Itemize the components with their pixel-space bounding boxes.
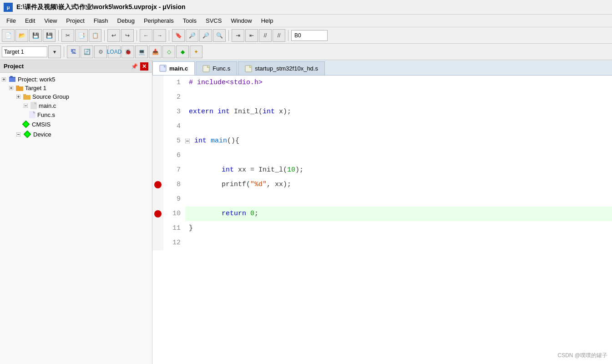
tree-item[interactable]: Source Group bbox=[0, 92, 152, 101]
indent-button[interactable]: ⇥ bbox=[232, 29, 244, 42]
code-line-wrapper[interactable]: 9 bbox=[152, 192, 612, 207]
menu-item-debug[interactable]: Debug bbox=[113, 15, 139, 27]
editor-tab-main-c[interactable]: main.c bbox=[152, 61, 195, 75]
code-line-content[interactable]: printf("%d", xx); bbox=[185, 177, 612, 192]
code-line-wrapper[interactable]: 12 bbox=[152, 236, 612, 250]
tree-item[interactable]: CMSIS bbox=[0, 119, 152, 129]
code-line-wrapper[interactable]: 5int main(){ bbox=[152, 134, 612, 148]
code-line-content[interactable]: int xx = Init_l(10); bbox=[185, 163, 612, 177]
magic-toolbar-button[interactable]: ✦ bbox=[190, 46, 202, 58]
breakpoint-zone[interactable] bbox=[152, 192, 163, 207]
copy-button[interactable]: 📑 bbox=[75, 29, 88, 42]
editor-tab-startup_stm32f10x_hd-s[interactable]: startup_stm32f10x_hd.s bbox=[238, 61, 325, 75]
code-line-content[interactable] bbox=[185, 192, 612, 207]
menu-item-view[interactable]: View bbox=[40, 15, 61, 27]
code-line-wrapper[interactable]: 4 bbox=[152, 119, 612, 134]
collapse-button[interactable] bbox=[185, 139, 190, 143]
code-line-content[interactable] bbox=[185, 119, 612, 134]
editor-tab-Func-s[interactable]: Func.s bbox=[196, 61, 237, 75]
code-line-content[interactable] bbox=[185, 90, 612, 105]
code-line-content[interactable]: } bbox=[185, 221, 612, 236]
breakpoint-zone[interactable] bbox=[152, 236, 163, 250]
uncomment-button[interactable]: // bbox=[273, 29, 285, 42]
toolbar-separator bbox=[169, 30, 169, 41]
breakpoint-zone[interactable] bbox=[152, 90, 163, 105]
menu-item-flash[interactable]: Flash bbox=[89, 15, 113, 27]
collapse-arrow[interactable] bbox=[2, 77, 7, 81]
breakpoint-zone[interactable] bbox=[152, 177, 163, 192]
breakpoint-zone[interactable] bbox=[152, 207, 163, 221]
code-line-wrapper[interactable]: 6 bbox=[152, 148, 612, 163]
menu-item-edit[interactable]: Edit bbox=[20, 15, 40, 27]
pin-icon[interactable]: 📌 bbox=[130, 62, 138, 71]
save-button[interactable]: 💾 bbox=[29, 29, 42, 42]
tree-item[interactable]: Target 1 bbox=[0, 84, 152, 92]
breakpoint-zone[interactable] bbox=[152, 163, 163, 177]
panel-close-button[interactable]: ✕ bbox=[140, 62, 148, 71]
breakpoint-zone[interactable] bbox=[152, 76, 163, 90]
breakpoint-zone[interactable] bbox=[152, 134, 163, 148]
code-line-wrapper[interactable]: 8 printf("%d", xx); bbox=[152, 177, 612, 192]
code-line-wrapper[interactable]: 7 int xx = Init_l(10); bbox=[152, 163, 612, 177]
new-button[interactable]: 📄 bbox=[2, 29, 15, 42]
outdent-button[interactable]: ⇤ bbox=[245, 29, 258, 42]
save-all-button[interactable]: 💾 bbox=[43, 29, 56, 42]
verify-toolbar-button[interactable]: ◆ bbox=[176, 46, 189, 58]
target-dropdown-arrow[interactable]: ▾ bbox=[48, 46, 61, 58]
target-dropdown[interactable]: Target 1 bbox=[2, 46, 47, 57]
code-line-content[interactable]: # include<stdio.h> bbox=[185, 76, 612, 90]
tree-item[interactable]: Func.s bbox=[0, 110, 152, 119]
code-line-content[interactable]: return 0; bbox=[185, 207, 612, 221]
cut-button[interactable]: ✂ bbox=[61, 29, 74, 42]
findrepl-button[interactable]: 🔍 bbox=[213, 29, 226, 42]
redo-button[interactable]: ↪ bbox=[121, 29, 134, 42]
menu-item-peripherals[interactable]: Peripherals bbox=[139, 15, 178, 27]
code-line-content[interactable] bbox=[185, 148, 612, 163]
paste-button[interactable]: 📋 bbox=[89, 29, 101, 42]
load-toolbar-button[interactable]: LOAD bbox=[108, 46, 121, 58]
menu-item-tools[interactable]: Tools bbox=[178, 15, 201, 27]
cpu-toolbar-button[interactable]: 💻 bbox=[135, 46, 148, 58]
nav-back-button[interactable]: ← bbox=[140, 29, 152, 42]
code-line-wrapper[interactable]: 11} bbox=[152, 221, 612, 236]
bookmark-button[interactable]: 🔖 bbox=[172, 29, 185, 42]
code-line-wrapper[interactable]: 3extern int Init_l(int x); bbox=[152, 105, 612, 119]
line-number: 3 bbox=[163, 105, 185, 119]
download-toolbar-button[interactable]: 📥 bbox=[149, 46, 162, 58]
rebuild-toolbar-button[interactable]: 🔄 bbox=[81, 46, 93, 58]
expand-arrow[interactable] bbox=[16, 132, 22, 136]
line-number: 4 bbox=[163, 119, 185, 134]
code-line-wrapper[interactable]: 10 return 0; bbox=[152, 207, 612, 221]
breakpoint-zone[interactable] bbox=[152, 221, 163, 236]
build-toolbar-button[interactable]: 🏗 bbox=[67, 46, 80, 58]
code-line-content[interactable]: int main(){ bbox=[191, 134, 612, 148]
tree-item[interactable]: Project: work5 bbox=[0, 75, 152, 84]
undo-button[interactable]: ↩ bbox=[107, 29, 120, 42]
menu-item-project[interactable]: Project bbox=[61, 15, 89, 27]
breakpoint-zone[interactable] bbox=[152, 119, 163, 134]
nav-fwd-button[interactable]: → bbox=[153, 29, 166, 42]
erase-toolbar-button[interactable]: ◇ bbox=[162, 46, 175, 58]
compile-toolbar-button[interactable]: ⚙ bbox=[94, 46, 107, 58]
menu-item-file[interactable]: File bbox=[2, 15, 20, 27]
code-line-content[interactable]: extern int Init_l(int x); bbox=[185, 105, 612, 119]
tree-item[interactable]: Device bbox=[0, 129, 152, 139]
tree-item[interactable]: main.c bbox=[0, 101, 152, 110]
find-button[interactable]: 🔎 bbox=[186, 29, 198, 42]
breakpoint-zone[interactable] bbox=[152, 148, 163, 163]
code-lines-area[interactable]: 1# include<stdio.h>2 3extern int Init_l(… bbox=[152, 76, 612, 364]
find2-button[interactable]: 🔎 bbox=[199, 29, 212, 42]
code-line-content[interactable] bbox=[185, 236, 612, 250]
open-button[interactable]: 📂 bbox=[15, 29, 28, 42]
menu-item-window[interactable]: Window bbox=[226, 15, 256, 27]
collapse-arrow[interactable] bbox=[9, 86, 15, 90]
collapse-arrow[interactable] bbox=[16, 95, 22, 99]
code-line-wrapper[interactable]: 2 bbox=[152, 90, 612, 105]
menu-item-help[interactable]: Help bbox=[257, 15, 278, 27]
breakpoint-zone[interactable] bbox=[152, 105, 163, 119]
expand-arrow[interactable] bbox=[24, 104, 29, 108]
code-line-wrapper[interactable]: 1# include<stdio.h> bbox=[152, 76, 612, 90]
comment-button[interactable]: // bbox=[259, 29, 272, 42]
debug-toolbar-button[interactable]: 🐞 bbox=[121, 46, 134, 58]
menu-item-svcs[interactable]: SVCS bbox=[201, 15, 226, 27]
